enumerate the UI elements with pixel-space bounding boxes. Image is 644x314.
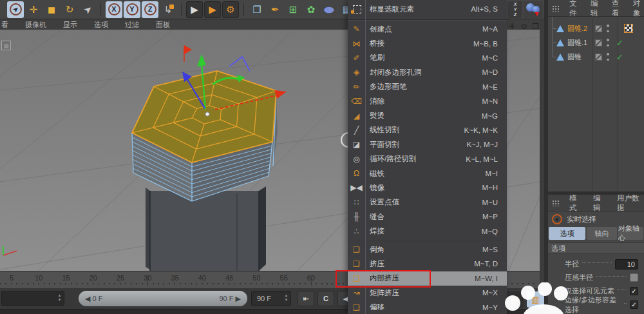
axis-lock-z-button[interactable]: Z bbox=[142, 1, 158, 18]
menu-item-stitch-sew[interactable]: ╫缝合M~P bbox=[348, 210, 507, 224]
coordinate-world-button[interactable]: ▼ bbox=[524, 1, 543, 18]
layer-chip[interactable] bbox=[595, 54, 602, 61]
menu-item-label: 熨烫 bbox=[365, 111, 384, 121]
object-name[interactable]: 圆锥.2 bbox=[567, 24, 587, 34]
visibility-dots[interactable] bbox=[607, 25, 609, 32]
subdivision-surface-button[interactable]: ⊞ bbox=[285, 1, 301, 18]
om-menu-item-2[interactable]: 查看 bbox=[612, 0, 623, 18]
menu-item-polygon-pen[interactable]: ✏多边形画笔M~E bbox=[348, 80, 507, 94]
menu-item-create-point[interactable]: ✎创建点M~A bbox=[348, 22, 507, 36]
coordinate-system-button[interactable]: ↳ bbox=[160, 1, 176, 18]
menu-item-offset[interactable]: ❑偏移M~Y bbox=[348, 300, 507, 314]
menu-item-shortcut: M~E bbox=[482, 83, 507, 91]
checkbox-边缘/多边形容差选择[interactable]: ✓ bbox=[630, 300, 638, 309]
number-field-半径[interactable]: 10 bbox=[615, 259, 638, 270]
ruler-tick-label: 45 bbox=[225, 274, 233, 282]
om-menu-item-0[interactable]: 文件 bbox=[569, 0, 580, 18]
scale-tool-button[interactable]: ◼ bbox=[43, 1, 60, 18]
menu-item-plane-cut[interactable]: ◪平面切割K~J, M~J bbox=[348, 137, 507, 152]
gizmo-center[interactable] bbox=[205, 112, 209, 116]
panel-handle-icon[interactable] bbox=[552, 200, 560, 206]
visibility-dots[interactable] bbox=[607, 53, 609, 61]
viewport-menu-item-2[interactable]: 显示 bbox=[63, 20, 77, 30]
object-row-圆锥.2[interactable]: 圆锥.2 bbox=[548, 21, 644, 35]
object-name[interactable]: 圆锥 bbox=[567, 52, 582, 62]
checkbox-压感半径[interactable] bbox=[630, 273, 638, 282]
menu-item-mirror[interactable]: ▶◀镜像M~H bbox=[348, 181, 507, 195]
frame-stepper[interactable]: ▲▼ bbox=[57, 293, 62, 302]
menu-item-line-cut[interactable]: ╱线性切割K~K, M~K bbox=[348, 123, 507, 137]
loop-playback-button[interactable]: C bbox=[317, 291, 334, 306]
go-to-start-button[interactable]: ⇤ bbox=[298, 291, 314, 306]
om-menu-item-1[interactable]: 编辑 bbox=[591, 0, 601, 18]
range-end-stepper[interactable]: ▲▼ bbox=[283, 293, 289, 302]
enabled-check-icon[interactable]: ✓ bbox=[616, 52, 623, 62]
environment-button[interactable]: ⬤ bbox=[321, 1, 337, 18]
menu-item-set-point-value[interactable]: ∷设置点值M~U bbox=[348, 195, 507, 210]
object-name[interactable]: 圆锥.1 bbox=[567, 38, 587, 48]
polygon-selection-tag[interactable] bbox=[624, 24, 633, 33]
menu-item-extrude[interactable]: ❑挤压M~T, D bbox=[348, 257, 507, 271]
menu-item-loop-path-cut[interactable]: ◎循环/路径切割K~L, M~L bbox=[348, 152, 507, 166]
axis-lock-xyz-button[interactable]: XYZ bbox=[508, 1, 522, 18]
menu-item-label: 框显选取元素 bbox=[365, 5, 414, 14]
menu-item-weld[interactable]: ∴焊接M~Q bbox=[348, 224, 507, 238]
enabled-check-icon[interactable]: ✓ bbox=[616, 38, 623, 48]
attr-menu-item-2[interactable]: 用户数据 bbox=[617, 193, 644, 213]
autokey-button[interactable]: ▥ bbox=[527, 291, 544, 308]
y-axis-arrow[interactable] bbox=[197, 54, 206, 66]
polygon-context-menu: 框显选取元素Alt+S, S✎创建点M~A⋈桥接M~B, B✐笔刷M~C◈封闭多… bbox=[348, 0, 507, 314]
record-keyframe-button[interactable]: ▦ bbox=[506, 291, 524, 308]
current-frame-field[interactable]: ▲▼ bbox=[1, 291, 64, 306]
panel-handle-icon[interactable] bbox=[552, 5, 560, 12]
plane-handle-blue[interactable] bbox=[229, 57, 250, 71]
attr-row: 边缘/多边形容差选择✓ bbox=[548, 298, 644, 311]
layer-chip[interactable] bbox=[595, 25, 602, 32]
viewport-menu-item-5[interactable]: 面板 bbox=[156, 20, 170, 30]
attr-menu-item-1[interactable]: 编辑 bbox=[593, 193, 607, 213]
range-end-field[interactable]: 90 F ▲▼ bbox=[251, 291, 291, 306]
checkbox-仅选择可见元素[interactable]: ✓ bbox=[630, 287, 638, 295]
menu-item-bridge[interactable]: ⋈桥接M~B, B bbox=[348, 36, 507, 50]
deformer-button[interactable]: ✿ bbox=[303, 1, 319, 18]
render-settings-button[interactable]: ▶ bbox=[204, 1, 221, 18]
ruler-tick-label: 50 bbox=[252, 274, 260, 282]
om-menu-item-3[interactable]: 对象 bbox=[633, 0, 644, 18]
object-row-圆锥.1[interactable]: 圆锥.1✓ bbox=[548, 35, 644, 50]
menu-item-label: 桥接 bbox=[365, 39, 384, 48]
attr-menu-item-0[interactable]: 模式 bbox=[569, 193, 583, 213]
object-manager-tree[interactable]: 圆锥.2圆锥.1✓圆锥✓ bbox=[548, 17, 644, 191]
axis-lock-y-button[interactable]: Y bbox=[124, 1, 140, 18]
axis-lock-x-button[interactable]: X bbox=[106, 1, 122, 18]
menu-item-shortcut: M~N bbox=[482, 97, 507, 105]
preview-range-slider[interactable]: ◀ 0 F 90 F ▶ bbox=[79, 291, 247, 306]
move-tool-button[interactable]: ✛ bbox=[25, 1, 42, 18]
selection-tool-flyout-button[interactable]: ➤ bbox=[79, 1, 96, 18]
render-view-button[interactable]: ▶ bbox=[186, 1, 203, 18]
viewport-menu-item-0[interactable]: 看 bbox=[1, 20, 8, 30]
viewport-menu-item-1[interactable]: 摄像机 bbox=[25, 20, 46, 30]
viewport-menu-item-4[interactable]: 过滤 bbox=[125, 20, 139, 30]
menu-item-dissolve[interactable]: ⌫消除M~N bbox=[348, 94, 507, 108]
visibility-dots[interactable] bbox=[607, 39, 609, 46]
tab-选项[interactable]: 选项 bbox=[549, 227, 585, 240]
tab-对象轴心[interactable]: 对象轴心 bbox=[618, 227, 643, 240]
menu-item-brush[interactable]: ✐笔刷M~C bbox=[348, 51, 507, 65]
rotate-tool-button[interactable]: ↻ bbox=[61, 1, 78, 18]
viewport-menu-item-3[interactable]: 选项 bbox=[94, 20, 108, 30]
menu-item-bevel[interactable]: ❑倒角M~S bbox=[348, 242, 507, 257]
add-primitive-cube-button[interactable]: ❒ bbox=[249, 1, 265, 18]
live-selection-tool-button[interactable]: ➤ bbox=[7, 1, 24, 18]
spline-pen-button[interactable]: ✒ bbox=[267, 1, 283, 18]
attributes-menu: 模式编辑用户数据 bbox=[569, 193, 644, 213]
menu-item-matrix-extrude[interactable]: ↝矩阵挤压M~X bbox=[348, 286, 507, 300]
menu-item-frame-select[interactable]: 框显选取元素Alt+S, S bbox=[348, 0, 507, 18]
object-row-圆锥[interactable]: 圆锥✓ bbox=[548, 50, 644, 64]
render-menu-button[interactable]: ⚙ bbox=[222, 1, 239, 18]
menu-item-magnet[interactable]: Ω磁铁M~I bbox=[348, 166, 507, 181]
plane-handle-red[interactable] bbox=[184, 45, 192, 54]
menu-item-iron[interactable]: ◢熨烫M~G bbox=[348, 108, 507, 123]
menu-item-close-polygon-hole[interactable]: ◈封闭多边形孔洞M~D bbox=[348, 65, 507, 79]
tab-轴向[interactable]: 轴向 bbox=[587, 227, 617, 240]
layer-chip[interactable] bbox=[595, 39, 602, 46]
